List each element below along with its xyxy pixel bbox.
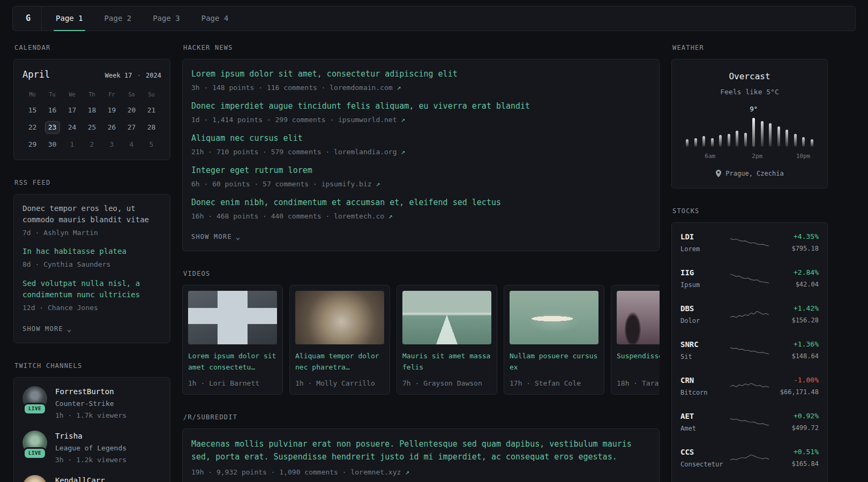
- stock-row[interactable]: CCSConsectetur+0.51%$165.84: [680, 447, 819, 469]
- calendar-day-number: 22: [25, 121, 40, 134]
- video-title[interactable]: Mauris sit amet massa felis: [402, 351, 491, 373]
- hn-item-domain[interactable]: loremlandia.org: [334, 148, 396, 156]
- live-badge: LIVE: [23, 403, 47, 416]
- video-card[interactable]: Nullam posuere cursus ex17h · Stefan Col…: [504, 285, 604, 395]
- stock-name: Bitcorn: [680, 388, 728, 397]
- calendar-day[interactable]: 18: [82, 104, 102, 117]
- hn-item-title[interactable]: Aliquam nec cursus elit: [191, 132, 650, 145]
- calendar-day[interactable]: 27: [122, 121, 141, 134]
- calendar-day[interactable]: 1: [62, 138, 82, 151]
- twitch-channel-row[interactable]: LIVETrishaLeague of Legends3h · 1.2k vie…: [23, 431, 161, 465]
- calendar-day[interactable]: 29: [23, 138, 42, 151]
- top-bar: G Page 1Page 2Page 3Page 4: [12, 6, 856, 31]
- video-thumbnail[interactable]: [188, 291, 277, 344]
- channel-name[interactable]: ForrestBurton: [55, 386, 126, 397]
- stock-row[interactable]: LDILorem+4.35%$795.18: [680, 231, 819, 254]
- hn-item-domain[interactable]: ipsumify.biz: [321, 180, 372, 188]
- weather-bar: [719, 135, 722, 147]
- stock-row[interactable]: CRNBitcorn-1.00%$66,171.48: [680, 375, 819, 397]
- video-card[interactable]: Mauris sit amet massa felis7h · Grayson …: [396, 285, 497, 395]
- calendar-day[interactable]: 25: [82, 121, 102, 134]
- channel-name[interactable]: Trisha: [55, 431, 126, 442]
- calendar-day[interactable]: 22: [23, 121, 42, 134]
- stock-row[interactable]: AETAmet+0.92%$499.72: [680, 411, 819, 433]
- video-title[interactable]: Aliquam tempor dolor nec pharetra…: [295, 351, 384, 373]
- video-meta: 7h · Grayson Dawson: [402, 378, 491, 389]
- rss-item-title[interactable]: Sed volutpat nulla nisl, a condimentum n…: [23, 278, 161, 301]
- calendar-day[interactable]: 19: [102, 104, 122, 117]
- calendar-day-number: 15: [25, 104, 40, 117]
- hn-item-title[interactable]: Integer eget rutrum lorem: [191, 164, 650, 177]
- hn-item-domain[interactable]: loremtech.co: [334, 212, 384, 220]
- stock-name: Lorem: [680, 244, 728, 254]
- rss-section: RSS FEED Donec tempor eros leo, ut commo…: [13, 178, 170, 344]
- stock-values: +2.84%$42.04: [772, 267, 819, 289]
- tab-page-1[interactable]: Page 1: [45, 6, 94, 31]
- calendar-day[interactable]: 20: [122, 104, 141, 117]
- stock-row[interactable]: DBSDolor+1.42%$156.28: [680, 303, 819, 326]
- calendar-day[interactable]: 26: [102, 121, 122, 134]
- channel-avatar: LIVE: [23, 431, 47, 455]
- calendar-day-number: 24: [65, 121, 80, 134]
- calendar-day-number: 27: [124, 121, 139, 134]
- stock-sparkline: [728, 378, 772, 394]
- subreddit-post-title[interactable]: Maecenas mollis pulvinar erat non posuer…: [191, 438, 650, 464]
- tab-page-3[interactable]: Page 3: [142, 6, 191, 31]
- hn-item-title[interactable]: Donec enim nibh, condimentum et accumsan…: [191, 197, 650, 209]
- weather-bar-fill: [736, 131, 738, 147]
- rss-show-more-button[interactable]: SHOW MORE ⌄: [23, 324, 72, 334]
- rss-item-title[interactable]: In hac habitasse platea: [23, 246, 161, 258]
- video-card[interactable]: Aliquam tempor dolor nec pharetra…1h · M…: [289, 285, 390, 395]
- app-logo[interactable]: G: [17, 12, 39, 25]
- hn-item-domain[interactable]: ipsumworld.net: [338, 116, 397, 124]
- calendar-day[interactable]: 23: [42, 121, 62, 134]
- calendar-day[interactable]: 4: [122, 138, 141, 151]
- calendar-day[interactable]: 28: [141, 121, 161, 134]
- subreddit-post-domain[interactable]: loremnet.xyz: [350, 468, 401, 476]
- hn-item-title[interactable]: Donec imperdiet augue tincidunt felis al…: [191, 100, 650, 112]
- video-title[interactable]: Suspendisse diam: [617, 351, 660, 373]
- hn-item-meta: 3h · 148 points · 116 comments · loremdo…: [191, 82, 650, 93]
- sparkline-chart: [729, 235, 770, 251]
- stock-info: DBSDolor: [680, 303, 728, 326]
- video-thumbnail[interactable]: [510, 291, 598, 344]
- weather-bar-fill: [711, 138, 714, 147]
- calendar-day[interactable]: 21: [141, 104, 161, 117]
- weather-bar-fill: [728, 134, 730, 147]
- video-thumbnail[interactable]: [402, 291, 491, 344]
- calendar-day-header: Sa: [122, 91, 141, 99]
- stock-info: LDILorem: [680, 231, 728, 254]
- video-title[interactable]: Lorem ipsum dolor sit amet consectetu…: [188, 351, 277, 373]
- calendar-day[interactable]: 16: [42, 104, 62, 117]
- calendar-day[interactable]: 24: [62, 121, 82, 134]
- channel-name[interactable]: KendallCarr: [55, 475, 105, 482]
- hn-item-domain[interactable]: loremdomain.com: [330, 84, 392, 92]
- calendar-day[interactable]: 5: [141, 138, 161, 151]
- video-thumbnail[interactable]: [617, 291, 660, 344]
- hackernews-show-more-button[interactable]: SHOW MORE ⌄: [191, 232, 241, 242]
- calendar-day[interactable]: 2: [82, 138, 102, 151]
- stock-info: SNRCSit: [680, 339, 728, 362]
- calendar-day-number: 26: [104, 121, 119, 134]
- twitch-channel-row[interactable]: LIVEForrestBurtonCounter-Strike1h · 1.7k…: [23, 386, 161, 420]
- calendar-day[interactable]: 30: [42, 138, 62, 151]
- calendar-header: April Week 17 · 2024: [23, 68, 161, 82]
- stock-name: Consectetur: [680, 460, 728, 469]
- hn-item-title[interactable]: Lorem ipsum dolor sit amet, consectetur …: [191, 68, 650, 80]
- video-card[interactable]: Suspendisse diam18h · Tara: [611, 285, 660, 395]
- tab-page-2[interactable]: Page 2: [94, 6, 143, 31]
- video-title[interactable]: Nullam posuere cursus ex: [510, 351, 598, 373]
- video-thumbnail[interactable]: [295, 291, 384, 344]
- twitch-channel-row[interactable]: KendallCarr: [23, 475, 161, 482]
- calendar-day[interactable]: 17: [62, 104, 82, 117]
- rss-item-title[interactable]: Donec tempor eros leo, ut commodo mauris…: [23, 203, 161, 226]
- calendar-day[interactable]: 3: [102, 138, 122, 151]
- weather-bar-fill: [811, 139, 813, 147]
- calendar-day[interactable]: 15: [23, 104, 42, 117]
- stock-row[interactable]: IIGIpsum+2.84%$42.04: [680, 267, 819, 290]
- separator-dot: ·: [137, 72, 141, 79]
- tab-page-4[interactable]: Page 4: [191, 6, 240, 31]
- video-card[interactable]: Lorem ipsum dolor sit amet consectetu…1h…: [182, 285, 283, 395]
- stock-row[interactable]: SNRCSit+1.36%$148.64: [680, 339, 819, 362]
- calendar-day-number: 30: [45, 138, 60, 151]
